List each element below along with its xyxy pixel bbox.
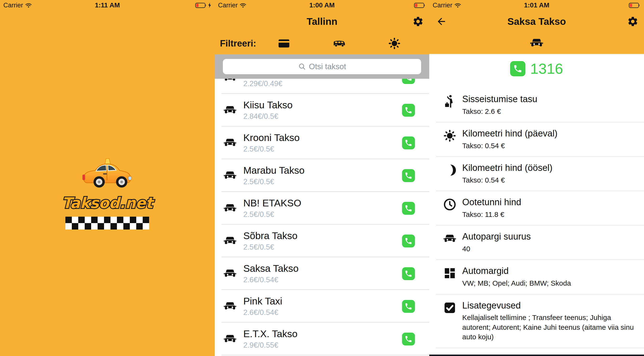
- phone-icon: [404, 106, 412, 114]
- detail-title: Lisategevused: [462, 300, 636, 311]
- search-input[interactable]: Otsi taksot: [223, 59, 422, 74]
- credit-card-icon: [278, 37, 290, 50]
- taxi-info: NB! ETAKSO 2.5€/0.5€: [244, 198, 301, 218]
- taxi-car-logo: [79, 156, 136, 190]
- phone-icon: [404, 172, 412, 180]
- call-button[interactable]: [402, 300, 415, 313]
- phone-icon: [404, 270, 412, 278]
- filter-day-tariff-button[interactable]: [367, 37, 422, 50]
- status-bar: Carrier 1:11 AM: [0, 0, 215, 10]
- taxi-price: 2.6€/0.54€: [244, 308, 282, 317]
- taxi-name: NB! ETAKSO: [244, 198, 301, 209]
- phone-icon: [404, 237, 412, 245]
- detail-row: Kilomeetri hind (päeval) Takso: 0.54 €: [429, 122, 644, 157]
- taxi-price: 2.5€/0.5€: [244, 178, 305, 186]
- detail-text: Kilomeetri hind (öösel) Takso: 0.54 €: [462, 162, 552, 185]
- detail-car-badge: [429, 32, 644, 54]
- detail-value: Takso: 0.54 €: [462, 176, 552, 185]
- taxi-list-item[interactable]: Kiisu Takso 2.84€/0.5€: [215, 94, 430, 126]
- call-button[interactable]: [402, 169, 415, 182]
- taxi-info: Pink Taxi 2.6€/0.54€: [244, 296, 282, 317]
- filter-van-button[interactable]: [312, 37, 367, 50]
- car-icon: [223, 169, 237, 182]
- status-bar: Carrier 1:00 AM: [215, 0, 430, 10]
- car-icon: [223, 267, 237, 280]
- nav-bar: Tallinn: [215, 10, 430, 32]
- detail-text: Kilomeetri hind (päeval) Takso: 0.54 €: [462, 128, 558, 150]
- filter-payment-button[interactable]: [256, 37, 312, 50]
- taxi-price: 2.5€/0.5€: [244, 210, 301, 219]
- phone-icon: [510, 61, 526, 76]
- screen-splash: Carrier 1:11 AM: [0, 0, 215, 356]
- filter-label: Filtreeri:: [220, 38, 256, 49]
- taxi-name: Krooni Takso: [244, 132, 300, 144]
- carrier-text: Carrier: [432, 2, 452, 9]
- battery-icon: [414, 2, 426, 8]
- taxi-price: 2.5€/0.5€: [244, 145, 300, 154]
- detail-text: Autopargi suurus 40: [462, 231, 531, 254]
- taxi-name: E.T.X. Takso: [244, 328, 298, 340]
- page-title: Saksa Takso: [429, 16, 644, 27]
- taxi-list-item[interactable]: E.T.X. Takso 2.9€/0.55€: [215, 322, 430, 355]
- detail-value: Takso: 2.6 €: [462, 107, 537, 116]
- call-button[interactable]: [402, 332, 415, 346]
- taxi-list-item[interactable]: Marabu Takso 2.5€/0.5€: [215, 159, 430, 192]
- wifi-icon: [240, 3, 246, 8]
- call-button[interactable]: [402, 267, 415, 280]
- battery-indicator: [629, 2, 641, 8]
- car-icon: [530, 36, 544, 50]
- separator: [222, 355, 430, 355]
- carrier-text: Carrier: [218, 2, 238, 9]
- phone-call-row[interactable]: 1316: [429, 60, 644, 77]
- taxi-list: Reval Takso 2.29€/0.49€ Kiisu Takso 2.84…: [215, 61, 430, 355]
- taxi-name: Sõbra Takso: [244, 230, 298, 242]
- wifi-icon: [454, 3, 461, 8]
- carrier-text: Carrier: [3, 2, 23, 9]
- search-bar-container: Otsi taksot: [215, 54, 430, 79]
- nav-bar: Saksa Takso: [429, 10, 644, 32]
- detail-text: Automargid VW; MB; Opel; Audi; BMW; Skod…: [462, 266, 571, 288]
- charging-bolt-icon: [208, 2, 212, 8]
- car-brands-grid-icon: [443, 266, 456, 280]
- taxi-price: 2.29€/0.49€: [244, 80, 296, 88]
- taxi-list-item[interactable]: Saksa Takso 2.6€/0.54€: [215, 257, 430, 290]
- taxi-info: Sõbra Takso 2.5€/0.5€: [244, 230, 298, 251]
- detail-text: Lisategevused Kellajaliselt tellimine ; …: [462, 300, 636, 342]
- sun-icon: [388, 37, 401, 50]
- call-button[interactable]: [402, 104, 415, 117]
- call-button[interactable]: [402, 136, 415, 149]
- car-icon: [223, 234, 237, 248]
- gear-icon: [412, 16, 424, 27]
- taxi-list-item[interactable]: Krooni Takso 2.5€/0.5€: [215, 126, 430, 159]
- car-icon: [223, 202, 237, 215]
- detail-title: Kilomeetri hind (päeval): [462, 128, 558, 139]
- carrier-label: Carrier: [218, 2, 246, 9]
- phone-icon: [404, 139, 412, 147]
- carrier-label: Carrier: [432, 2, 461, 9]
- screenshot-canvas: Carrier 1:11 AM: [0, 0, 644, 356]
- filter-bar: Filtreeri:: [215, 32, 430, 54]
- phone-number: 1316: [530, 60, 563, 77]
- taxi-list-item[interactable]: Sõbra Takso 2.5€/0.5€: [215, 224, 430, 257]
- settings-button[interactable]: [412, 16, 424, 28]
- detail-title: Kilomeetri hind (öösel): [462, 162, 552, 174]
- taxi-list-item[interactable]: Pink Taxi 2.6€/0.54€: [215, 290, 430, 322]
- call-button[interactable]: [402, 202, 415, 215]
- detail-value: Takso: 11.8 €: [462, 210, 521, 220]
- call-button[interactable]: [402, 234, 415, 248]
- car-icon: [223, 332, 237, 346]
- settings-button[interactable]: [627, 16, 639, 28]
- search-placeholder: Otsi taksot: [309, 62, 346, 71]
- taxi-list-item[interactable]: NB! ETAKSO 2.5€/0.5€: [215, 192, 430, 224]
- car-icon: [223, 136, 237, 150]
- separator: [436, 348, 644, 348]
- taxi-info: E.T.X. Takso 2.9€/0.55€: [244, 328, 298, 349]
- page-title: Tallinn: [215, 16, 430, 27]
- app-logo: Taksod.net: [52, 156, 162, 230]
- detail-header: Carrier 1:01 AM Saksa Takso: [429, 0, 644, 54]
- detail-title: Autopargi suurus: [462, 231, 531, 242]
- battery-icon: [629, 2, 641, 8]
- taxi-price: 2.84€/0.5€: [244, 112, 293, 121]
- checkered-flag-strip: [66, 217, 149, 230]
- detail-row: Kilomeetri hind (öösel) Takso: 0.54 €: [429, 157, 644, 191]
